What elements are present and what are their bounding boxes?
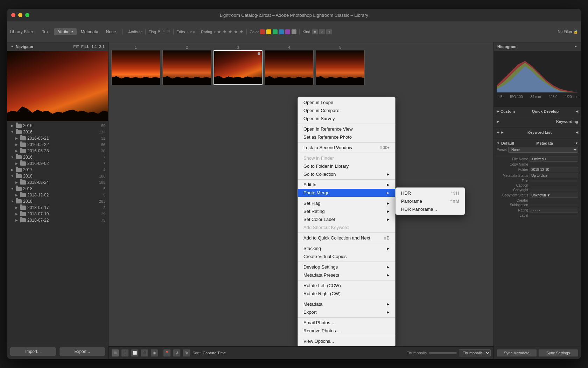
thumbnail-1[interactable] bbox=[111, 50, 160, 85]
tree-item-2018-07-22[interactable]: ▶ 2018-07-22 73 bbox=[7, 217, 108, 223]
tree-item-2018-2[interactable]: ▼ 2018 283 bbox=[7, 198, 108, 204]
navigator-arrow[interactable]: ▼ bbox=[10, 45, 14, 48]
sync-settings-button[interactable]: Sync Settings bbox=[538, 349, 579, 357]
kl-collapse[interactable]: ◀ bbox=[576, 131, 578, 134]
meta-value-copyright[interactable] bbox=[530, 189, 578, 191]
sync-metadata-button[interactable]: Sync Metadata bbox=[497, 349, 537, 357]
tree-item-2018-07-19[interactable]: ▶ 2018-07-19 29 bbox=[7, 211, 108, 217]
submenu-panorama[interactable]: Panorama ^⇧M bbox=[396, 197, 465, 205]
zoom-2-1[interactable]: 2:1 bbox=[99, 44, 105, 49]
close-button[interactable] bbox=[11, 13, 15, 17]
map-icon[interactable]: 📍 bbox=[163, 349, 171, 357]
meta-value-filename[interactable]: < mixed > bbox=[530, 157, 578, 162]
ctx-set-rating[interactable]: Set Rating ▶ bbox=[298, 207, 395, 215]
ctx-metadata[interactable]: Metadata ▶ bbox=[298, 300, 395, 308]
color-yellow[interactable] bbox=[266, 29, 271, 34]
metadata-preset-select[interactable]: None bbox=[508, 147, 578, 153]
ctx-virtual-copies[interactable]: Create Virtual Copies bbox=[298, 252, 395, 261]
tree-item-2016-0[interactable]: ▶ 2016 69 bbox=[7, 123, 108, 129]
ctx-set-color-label[interactable]: Set Color Label ▶ bbox=[298, 215, 395, 223]
import-button[interactable]: Import... bbox=[10, 347, 56, 356]
tab-text[interactable]: Text bbox=[38, 28, 53, 35]
ctx-add-quick-collection[interactable]: Add to Quick Collection and Next ⇧B bbox=[298, 234, 395, 242]
zoom-fill[interactable]: FILL bbox=[81, 44, 89, 49]
meta-value-copyname[interactable] bbox=[530, 164, 578, 165]
tab-none[interactable]: None bbox=[103, 28, 120, 35]
ctx-remove-photos[interactable]: Remove Photos... bbox=[298, 327, 395, 335]
grid-view-icon[interactable]: ⊞ bbox=[111, 349, 119, 357]
kind-icon-video[interactable]: ▷ bbox=[319, 29, 325, 34]
tree-item-2016-05-21[interactable]: ▶ 2016-05-21 31 bbox=[7, 135, 108, 141]
ctx-open-compare[interactable]: Open in Compare bbox=[298, 106, 395, 114]
ctx-metadata-presets[interactable]: Metadata Presets ▶ bbox=[298, 271, 395, 279]
ctx-set-ref[interactable]: Set as Reference Photo bbox=[298, 133, 395, 141]
tree-item-2018-08-24[interactable]: ▶ 2018-08-24 188 bbox=[7, 179, 108, 186]
star3[interactable]: ★ bbox=[228, 29, 232, 34]
ctx-export[interactable]: Export ▶ bbox=[298, 308, 395, 316]
ctx-open-survey[interactable]: Open in Survey bbox=[298, 114, 395, 123]
tree-item-2018-1[interactable]: ▼ 2018 5 bbox=[7, 186, 108, 192]
submenu-hdr[interactable]: HDR ^⇧H bbox=[396, 189, 465, 197]
color-red[interactable] bbox=[260, 29, 265, 34]
qd-collapse-arrow[interactable]: ◀ bbox=[576, 110, 578, 113]
kl-plus[interactable]: + bbox=[497, 130, 499, 135]
zoom-1-1[interactable]: 1:1 bbox=[91, 44, 97, 49]
ctx-set-flag[interactable]: Set Flag ▶ bbox=[298, 199, 395, 207]
survey-view-icon[interactable]: ⬛ bbox=[141, 349, 148, 357]
ctx-lock-second[interactable]: Lock to Second Window ⇧⌘+ bbox=[298, 144, 395, 152]
ctx-go-folder[interactable]: Go to Folder in Library bbox=[298, 162, 395, 170]
star2[interactable]: ★ bbox=[223, 29, 227, 34]
tree-item-2018-07-17[interactable]: ▶ 2018-07-17 2 bbox=[7, 204, 108, 211]
tree-item-2016-05-28[interactable]: ▶ 2016-05-28 36 bbox=[7, 148, 108, 154]
star1[interactable]: ★ bbox=[217, 29, 221, 34]
tree-item-2017[interactable]: ▶ 2017 4 bbox=[7, 167, 108, 173]
tree-item-2016-1[interactable]: ▼ 2016 133 bbox=[7, 129, 108, 135]
meta-value-metastatus[interactable]: Up to date bbox=[530, 173, 578, 178]
export-button[interactable]: Export... bbox=[59, 347, 106, 356]
histogram-arrow[interactable]: ▼ bbox=[574, 45, 578, 48]
meta-value-rating[interactable]: · · · · · bbox=[530, 208, 578, 213]
color-blue[interactable] bbox=[279, 29, 284, 34]
meta-value-folder[interactable]: 2018-12-10 bbox=[530, 167, 578, 172]
color-green[interactable] bbox=[273, 29, 278, 34]
loupe-view-icon[interactable]: □ bbox=[121, 349, 129, 357]
thumbnail-4[interactable] bbox=[265, 50, 314, 85]
meta-value-label[interactable] bbox=[530, 215, 578, 216]
thumbnail-size-slider[interactable] bbox=[429, 352, 457, 354]
compare-view-icon[interactable]: ⬜ bbox=[131, 349, 139, 357]
keyword-list-arrow[interactable]: ▶ bbox=[501, 131, 503, 134]
ctx-rotate-left[interactable]: Rotate Left (CCW) bbox=[298, 282, 395, 290]
tab-attribute[interactable]: Attribute bbox=[54, 28, 77, 35]
meta-value-title[interactable] bbox=[530, 180, 578, 182]
tree-item-2016-09-02[interactable]: ▶ 2016-09-02 7 bbox=[7, 160, 108, 167]
color-purple[interactable] bbox=[285, 29, 290, 34]
meta-value-copyright-status[interactable]: Unknown ▼ bbox=[530, 193, 578, 198]
ctx-open-ref[interactable]: Open in Reference View bbox=[298, 125, 395, 133]
meta-collapse[interactable]: ▼ bbox=[575, 141, 578, 145]
kind-icon-raw[interactable]: R bbox=[326, 29, 332, 34]
kind-icon-photo[interactable]: ▣ bbox=[312, 29, 318, 34]
ctx-go-collection[interactable]: Go to Collection ▶ bbox=[298, 170, 395, 178]
tree-item-2018-12-02[interactable]: ▶ 2018-12-02 5 bbox=[7, 192, 108, 198]
color-none[interactable] bbox=[292, 29, 296, 34]
meta-value-creator[interactable] bbox=[530, 200, 578, 201]
star4[interactable]: ★ bbox=[234, 29, 238, 34]
tab-metadata[interactable]: Metadata bbox=[77, 28, 102, 35]
rotate-ccw-icon[interactable]: ↺ bbox=[173, 349, 181, 357]
ctx-edit-in[interactable]: Edit In ▶ bbox=[298, 181, 395, 189]
folder-tree[interactable]: ▶ 2016 69 ▼ 2016 133 ▶ 2016-05-21 bbox=[7, 121, 108, 344]
keywording-arrow[interactable]: ▶ bbox=[497, 120, 499, 123]
ctx-rotate-right[interactable]: Rotate Right (CW) bbox=[298, 290, 395, 298]
tree-item-2016-2[interactable]: ▼ 2016 7 bbox=[7, 154, 108, 160]
qd-arrow[interactable]: ▶ bbox=[497, 110, 499, 113]
meta-arrow[interactable]: ▼ bbox=[497, 141, 500, 145]
submenu-hdr-panorama[interactable]: HDR Panorama... bbox=[396, 205, 465, 213]
star5[interactable]: ★ bbox=[239, 29, 244, 34]
tree-item-2018-0[interactable]: ▼ 2018 188 bbox=[7, 173, 108, 179]
ctx-develop-settings[interactable]: Develop Settings ▶ bbox=[298, 263, 395, 271]
thumbnail-5[interactable] bbox=[316, 50, 365, 85]
people-view-icon[interactable]: ◉ bbox=[150, 349, 158, 357]
rotate-cw-icon[interactable]: ↻ bbox=[183, 349, 190, 357]
tree-item-2016-05-22[interactable]: ▶ 2016-05-22 66 bbox=[7, 141, 108, 148]
ctx-email-photos[interactable]: Email Photos... bbox=[298, 319, 395, 327]
